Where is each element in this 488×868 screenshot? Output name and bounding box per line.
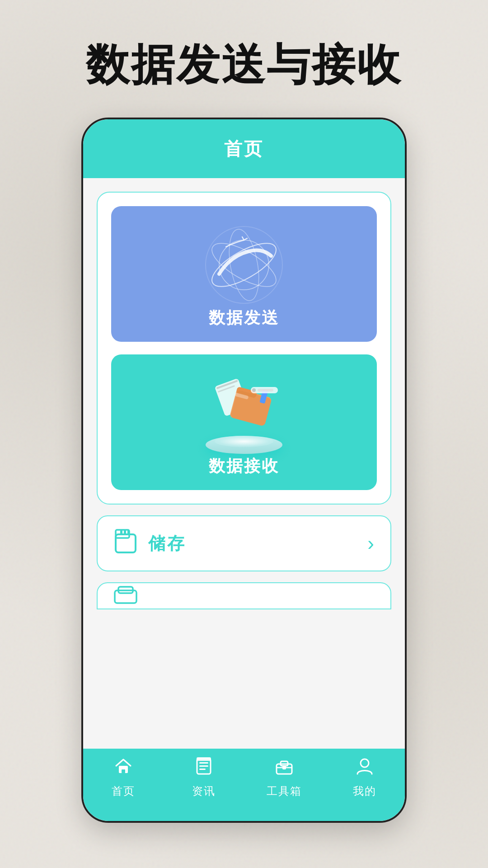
tab-toolbox[interactable]: 工具箱 xyxy=(244,757,324,798)
receive-card-label: 数据接收 xyxy=(209,455,279,477)
tab-mine-label: 我的 xyxy=(353,784,376,798)
svg-point-8 xyxy=(206,265,210,269)
tab-news[interactable]: 资讯 xyxy=(164,757,244,798)
svg-rect-25 xyxy=(127,530,130,534)
page-title: 数据发送与接收 xyxy=(86,36,402,95)
partial-card-icon xyxy=(114,586,137,606)
tab-toolbox-label: 工具箱 xyxy=(267,784,302,798)
svg-point-4 xyxy=(225,227,264,303)
svg-rect-32 xyxy=(199,765,208,767)
phone-content: 数据发送 xyxy=(83,178,405,749)
sd-card-icon xyxy=(114,529,137,558)
svg-point-19 xyxy=(252,388,256,392)
tab-home[interactable]: 首页 xyxy=(83,757,164,798)
tab-bar: 首页 资讯 xyxy=(83,749,405,821)
phone-header: 首页 xyxy=(83,119,405,178)
svg-rect-31 xyxy=(199,762,208,764)
send-card-label: 数据发送 xyxy=(209,307,279,329)
header-title: 首页 xyxy=(224,137,264,161)
svg-rect-38 xyxy=(282,766,286,769)
data-receive-card[interactable]: 数据接收 xyxy=(111,354,377,490)
svg-point-0 xyxy=(206,226,282,303)
svg-point-7 xyxy=(278,260,282,265)
tab-home-label: 首页 xyxy=(112,784,135,798)
data-send-card[interactable]: 数据发送 xyxy=(111,206,377,342)
svg-rect-33 xyxy=(199,769,206,770)
receive-data-icon xyxy=(111,354,377,472)
svg-point-6 xyxy=(235,262,253,273)
news-icon xyxy=(194,757,213,780)
storage-label: 储存 xyxy=(148,532,357,555)
partial-bottom-card[interactable] xyxy=(97,582,391,609)
home-icon xyxy=(114,757,133,780)
phone-frame: 首页 xyxy=(81,118,407,823)
svg-point-39 xyxy=(361,759,369,767)
tab-mine[interactable]: 我的 xyxy=(324,757,405,798)
svg-rect-20 xyxy=(258,389,273,392)
cards-container: 数据发送 xyxy=(97,192,391,505)
svg-rect-24 xyxy=(124,530,126,534)
tab-news-label: 资讯 xyxy=(192,784,216,798)
globe-network-icon xyxy=(111,206,377,324)
svg-rect-21 xyxy=(116,534,136,552)
chevron-right-icon: › xyxy=(367,532,374,555)
svg-rect-23 xyxy=(120,530,122,534)
person-icon xyxy=(355,757,374,780)
storage-row[interactable]: 储存 › xyxy=(97,515,391,571)
svg-rect-34 xyxy=(197,757,211,761)
toolbox-icon xyxy=(275,757,294,780)
svg-rect-29 xyxy=(122,769,125,773)
